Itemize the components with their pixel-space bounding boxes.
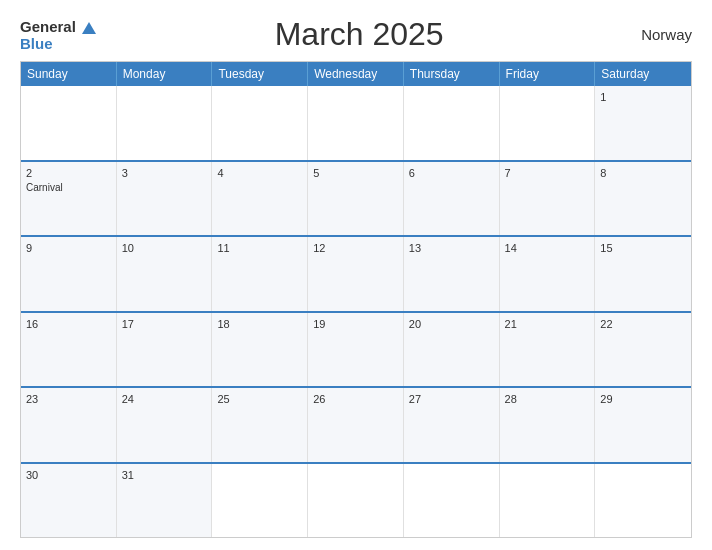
day-header-monday: Monday [117,62,213,86]
day-number: 7 [505,166,590,181]
day-number: 20 [409,317,494,332]
day-cell [117,86,213,160]
day-cell: 28 [500,388,596,462]
header: General Blue March 2025 Norway [20,16,692,53]
week-row-5: 23242526272829 [21,386,691,462]
day-cell: 16 [21,313,117,387]
day-cell: 17 [117,313,213,387]
day-cell: 12 [308,237,404,311]
day-number: 8 [600,166,686,181]
day-cell [212,464,308,538]
day-number: 21 [505,317,590,332]
day-number: 5 [313,166,398,181]
day-number: 28 [505,392,590,407]
logo-general-text: General [20,18,76,35]
logo-triangle-icon [82,22,96,34]
day-cell [212,86,308,160]
day-cell: 31 [117,464,213,538]
day-number: 2 [26,166,111,181]
week-row-1: 1 [21,86,691,160]
day-number: 6 [409,166,494,181]
day-cell: 26 [308,388,404,462]
day-header-sunday: Sunday [21,62,117,86]
day-cell [404,464,500,538]
calendar: SundayMondayTuesdayWednesdayThursdayFrid… [20,61,692,538]
day-header-tuesday: Tuesday [212,62,308,86]
day-cell: 9 [21,237,117,311]
week-row-6: 3031 [21,462,691,538]
day-number: 24 [122,392,207,407]
day-number: 12 [313,241,398,256]
logo-line1: General [20,18,96,36]
day-number: 26 [313,392,398,407]
day-number: 27 [409,392,494,407]
day-cell: 24 [117,388,213,462]
day-cell: 2Carnival [21,162,117,236]
day-cell: 30 [21,464,117,538]
day-cell: 6 [404,162,500,236]
day-number: 31 [122,468,207,483]
week-row-3: 9101112131415 [21,235,691,311]
day-cell: 27 [404,388,500,462]
day-header-friday: Friday [500,62,596,86]
page: General Blue March 2025 Norway SundayMon… [0,0,712,550]
day-number: 13 [409,241,494,256]
day-cell: 1 [595,86,691,160]
day-cell: 23 [21,388,117,462]
day-number: 18 [217,317,302,332]
day-cell: 14 [500,237,596,311]
day-cell: 21 [500,313,596,387]
country-label: Norway [622,26,692,43]
day-cell: 15 [595,237,691,311]
day-cell: 7 [500,162,596,236]
day-header-saturday: Saturday [595,62,691,86]
day-cell [500,464,596,538]
day-cell: 10 [117,237,213,311]
day-number: 3 [122,166,207,181]
day-number: 17 [122,317,207,332]
day-cell [21,86,117,160]
day-cell: 19 [308,313,404,387]
day-number: 9 [26,241,111,256]
day-cell: 11 [212,237,308,311]
week-row-2: 2Carnival345678 [21,160,691,236]
weeks-container: 12Carnival345678910111213141516171819202… [21,86,691,537]
day-number: 1 [600,90,686,105]
day-number: 10 [122,241,207,256]
day-cell: 5 [308,162,404,236]
day-cell: 20 [404,313,500,387]
day-number: 4 [217,166,302,181]
day-headers-row: SundayMondayTuesdayWednesdayThursdayFrid… [21,62,691,86]
day-number: 30 [26,468,111,483]
day-number: 15 [600,241,686,256]
day-cell: 4 [212,162,308,236]
calendar-title: March 2025 [96,16,622,53]
logo-blue-text: Blue [20,36,53,51]
day-cell [308,86,404,160]
day-number: 16 [26,317,111,332]
day-cell [500,86,596,160]
day-number: 11 [217,241,302,256]
day-cell: 3 [117,162,213,236]
day-cell: 29 [595,388,691,462]
day-number: 22 [600,317,686,332]
day-header-thursday: Thursday [404,62,500,86]
day-header-wednesday: Wednesday [308,62,404,86]
day-cell: 25 [212,388,308,462]
day-cell: 22 [595,313,691,387]
day-cell [404,86,500,160]
day-event: Carnival [26,182,111,193]
day-number: 29 [600,392,686,407]
day-number: 19 [313,317,398,332]
day-cell [308,464,404,538]
day-cell [595,464,691,538]
week-row-4: 16171819202122 [21,311,691,387]
day-cell: 8 [595,162,691,236]
day-cell: 13 [404,237,500,311]
day-number: 14 [505,241,590,256]
day-number: 25 [217,392,302,407]
logo: General Blue [20,18,96,51]
day-number: 23 [26,392,111,407]
day-cell: 18 [212,313,308,387]
